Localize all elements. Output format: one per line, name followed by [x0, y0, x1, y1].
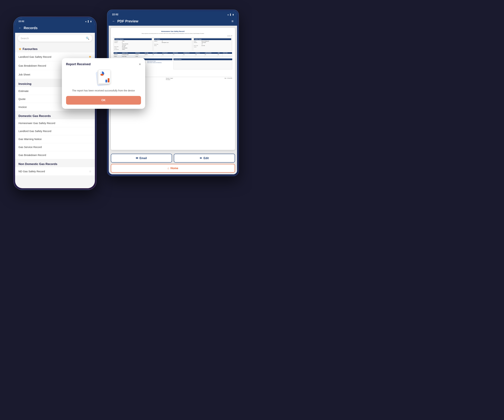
tablet-page-title: PDF Preview [117, 19, 138, 23]
item-label: Gas Breakdown Record [18, 154, 46, 156]
star-icon[interactable]: ☆ [89, 170, 91, 173]
tablet-status-bar: 22:02 [109, 11, 237, 17]
modal-illustration [66, 70, 141, 85]
hamburger-menu-icon[interactable]: ≡ [232, 19, 234, 23]
section-title-invoicing: Invoicing [18, 82, 32, 86]
scene: 22:02 ← Records Search 🔍 [13, 10, 239, 200]
home-button[interactable]: ⌂ Home [111, 164, 235, 173]
non-domestic-gas-items: ND Gas Safety Record ☆ [15, 167, 95, 175]
edit-icon: ✏ [200, 156, 202, 160]
pie-chart-icon [99, 71, 105, 76]
list-item[interactable]: Landlord Gas Safety Record [15, 127, 95, 135]
tablet-header-left: ← PDF Preview [112, 19, 138, 23]
list-item[interactable]: Gas Service Record [15, 143, 95, 151]
item-label: Gas Service Record [18, 145, 42, 149]
section-header-non-domestic: Non Domestic Gas Records [15, 160, 95, 167]
item-label: Landlord Gas Safety Record [18, 130, 51, 132]
list-item[interactable]: Gas Warning Notice [15, 135, 95, 143]
document-stack-icon [95, 70, 112, 85]
favourites-star-icon: ★ [18, 47, 21, 51]
phone-header: ← Records [15, 24, 95, 33]
section-header-favourites: ★ Favourites [15, 45, 95, 52]
status-bar: 22:02 [15, 18, 95, 24]
item-label: Estimate [18, 90, 29, 92]
item-label: Gas Breakdown Record [18, 64, 46, 67]
back-button[interactable]: ← [18, 26, 22, 30]
list-item[interactable]: ND Gas Safety Record ☆ [15, 167, 95, 175]
pdf-doc-subtitle: Safety inspection and servicing carried … [114, 33, 232, 34]
item-label: ND Gas Safety Record [18, 170, 45, 173]
signal-icon [88, 20, 89, 23]
pdf-section-label: Job Address [154, 38, 192, 40]
divider [15, 111, 95, 112]
battery-icon [90, 20, 91, 23]
doc-front [98, 70, 110, 84]
bar-icon [105, 80, 107, 82]
item-label: Landlord Gas Safety Record [18, 55, 51, 58]
divider [15, 159, 95, 160]
section-title-domestic: Domestic Gas Records [18, 114, 51, 118]
section-title-favourites: Favourites [23, 47, 38, 51]
tablet-battery-icon [233, 13, 234, 16]
pdf-appliance-table: Location Appliance Type Make/Model Flue … [114, 52, 232, 57]
tablet-actions: ✉ Email ✏ Edit ⌂ Home [109, 152, 237, 174]
item-label: Invoice [18, 105, 27, 108]
pdf-company-section: Company / Business CompanyTGES Address9 … [114, 37, 153, 51]
home-label: Home [170, 167, 178, 170]
pdf-section-label: Landlord / Agent [194, 38, 231, 40]
tablet-signal-icon [230, 13, 232, 16]
list-item[interactable]: Gas Breakdown Record [15, 151, 95, 159]
pdf-info-grid: Company / Business CompanyTGES Address9 … [114, 37, 232, 51]
email-button[interactable]: ✉ Email [111, 154, 172, 162]
tablet-wifi-icon [227, 13, 229, 16]
home-icon: ⌂ [167, 167, 169, 170]
tablet-status-icons [227, 13, 234, 16]
modal-close-button[interactable]: × [139, 62, 141, 66]
domestic-gas-items: Homeonwer Gas Safety Record Landlord Gas… [15, 119, 95, 159]
section-header-domestic: Domestic Gas Records [15, 112, 95, 119]
section-title-non-domestic: Non Domestic Gas Records [18, 162, 57, 166]
modal-header: Report Received × [66, 62, 141, 66]
item-label: Quote [18, 97, 26, 101]
pdf-section-label: Company / Business [114, 38, 152, 40]
search-placeholder: Search [21, 37, 29, 40]
action-row-top: ✉ Email ✏ Edit [111, 154, 235, 162]
edit-button[interactable]: ✏ Edit [174, 154, 235, 162]
item-label: Homeonwer Gas Safety Record [18, 122, 55, 125]
modal-message: The report has been received successfull… [66, 89, 141, 92]
modal-title: Report Received [66, 62, 91, 66]
pdf-landlord-section: Landlord / Agent NameBarry's Heating Ltd… [193, 37, 232, 51]
report-received-modal: Report Received × [62, 58, 145, 109]
action-row-bottom: ⌂ Home [111, 164, 235, 173]
ok-button[interactable]: OK [66, 96, 141, 105]
edit-label: Edit [204, 157, 209, 160]
bar-icon [108, 78, 109, 82]
list-item[interactable]: Homeonwer Gas Safety Record [15, 119, 95, 127]
search-icon: 🔍 [86, 37, 89, 40]
page-title: Records [24, 26, 38, 30]
item-label: Gas Warning Notice [18, 138, 42, 141]
email-icon: ✉ [136, 156, 138, 160]
status-icons [85, 20, 91, 23]
pdf-customer-actions: Customer Actions [174, 59, 232, 69]
item-label: Job Sheet [18, 73, 30, 76]
pdf-address-section: Job Address Address12 Birmingham Lane Po… [153, 37, 192, 51]
pdf-doc-title: Homeowner Gas Safety Record [114, 30, 232, 32]
tablet-back-button[interactable]: ← [112, 19, 115, 23]
wifi-icon [85, 20, 87, 23]
tablet-header: ← PDF Preview ≡ [109, 17, 237, 26]
time-display: 22:02 [18, 20, 24, 23]
search-bar[interactable]: Search 🔍 [18, 35, 92, 42]
pdf-cert-no: Cert No: 278 [114, 35, 232, 36]
tablet-time: 22:02 [112, 13, 119, 16]
email-label: Email [139, 157, 147, 160]
